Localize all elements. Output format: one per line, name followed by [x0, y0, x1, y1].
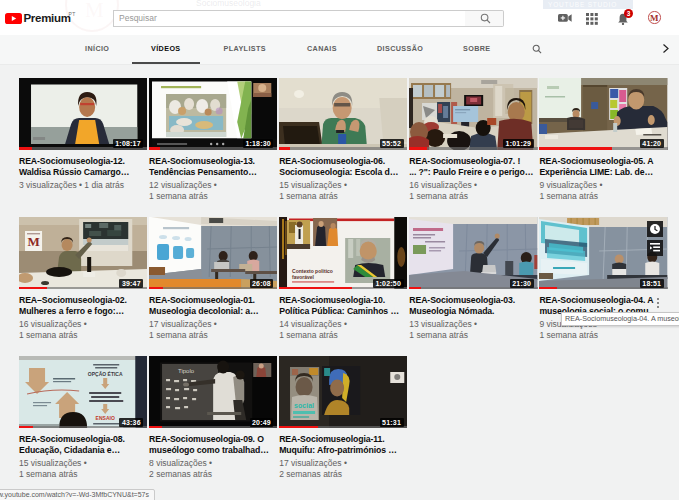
- svg-text:M: M: [27, 234, 39, 249]
- svg-text:social: social: [294, 402, 314, 409]
- svg-text:Tipolo: Tipolo: [178, 368, 195, 374]
- svg-text:ENSAIO: ENSAIO: [96, 415, 115, 421]
- svg-text:OPÇÃO ÉTICA: OPÇÃO ÉTICA: [88, 370, 123, 377]
- svg-text:favorável: favorável: [292, 274, 315, 280]
